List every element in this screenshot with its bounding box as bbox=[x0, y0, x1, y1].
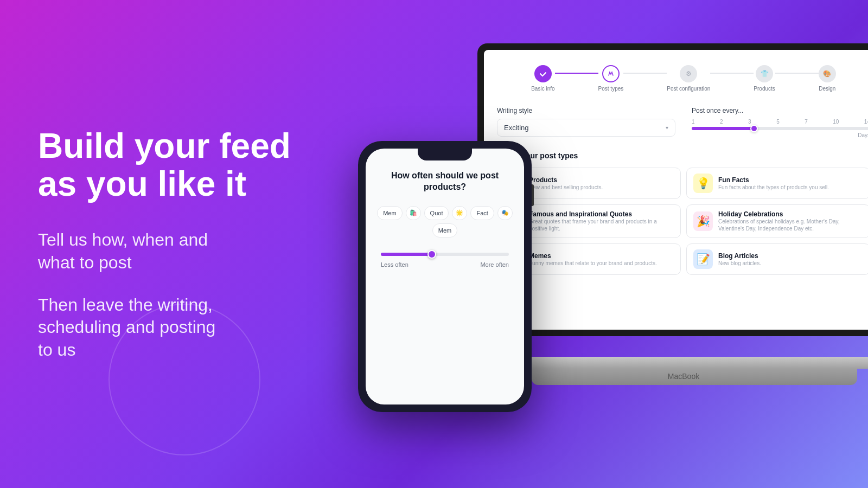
phone-side-button bbox=[532, 184, 534, 206]
phone-slider-fill bbox=[381, 253, 432, 256]
slider-label-right: More often bbox=[480, 261, 509, 268]
slider-label-left: Less often bbox=[381, 261, 409, 268]
stepper: Basic info Post types ⚙ bbox=[497, 61, 868, 92]
holiday-icon: 🎉 bbox=[693, 211, 713, 231]
chip-star[interactable]: 🌟 bbox=[452, 206, 467, 220]
step-line-3 bbox=[710, 73, 754, 74]
hero-subtitle1: Tell us how, when and what to post bbox=[38, 229, 320, 274]
step-circle-5: 🎨 bbox=[819, 65, 836, 82]
macbook-label: MacBook bbox=[646, 372, 722, 381]
phone-body: How often should we post products? Mem 🛍… bbox=[358, 141, 532, 412]
phone-slider-track[interactable] bbox=[381, 253, 509, 256]
step-label-2: Post types bbox=[598, 86, 624, 92]
step-post-config: ⚙ Post configuration bbox=[667, 65, 710, 92]
step-label-1: Basic info bbox=[531, 86, 554, 92]
step-line-2 bbox=[623, 73, 667, 74]
chip-shopping[interactable]: 🛍️ bbox=[406, 206, 421, 220]
chip-drama[interactable]: 🎭 bbox=[497, 206, 513, 220]
step-basic-info: Basic info bbox=[531, 65, 554, 92]
phone-container: How often should we post products? Mem 🛍… bbox=[358, 141, 553, 423]
phone-question: How often should we post products? bbox=[376, 170, 513, 193]
hero-title: Build your feed as you like it bbox=[38, 127, 320, 203]
fun-facts-icon: 💡 bbox=[693, 174, 713, 193]
step-post-types: Post types bbox=[598, 65, 624, 92]
blog-name: Blog Articles bbox=[718, 252, 761, 260]
step-circle-3: ⚙ bbox=[680, 65, 697, 82]
slider-numbers: 1 2 3 5 7 10 14 bbox=[692, 119, 868, 125]
step-label-5: Design bbox=[819, 86, 835, 92]
holiday-text: Holiday Celebrations Celebrations of spe… bbox=[718, 210, 863, 232]
chip-meme[interactable]: Mem bbox=[377, 206, 402, 220]
slider-track[interactable] bbox=[692, 127, 868, 130]
writing-style-select[interactable]: Exciting ▾ bbox=[497, 119, 675, 137]
step-design: 🎨 Design bbox=[819, 65, 836, 92]
post-frequency-label: Post once every... bbox=[692, 107, 868, 114]
blog-icon: 📝 bbox=[693, 249, 713, 269]
blog-text: Blog Articles New blog articles. bbox=[718, 252, 761, 267]
step-label-3: Post configuration bbox=[667, 86, 710, 92]
step-label-4: Products bbox=[754, 86, 775, 92]
step-line-4 bbox=[775, 73, 819, 74]
step-circle-2 bbox=[602, 65, 620, 82]
step-line-1 bbox=[555, 73, 598, 74]
slider-days-label: Days bbox=[692, 132, 868, 138]
post-type-holiday[interactable]: 🎉 Holiday Celebrations Celebrations of s… bbox=[686, 204, 868, 238]
slider-thumb bbox=[750, 125, 758, 132]
hero-subtitle2: Then leave the writing, scheduling and p… bbox=[38, 294, 320, 362]
phone-notch bbox=[418, 149, 472, 160]
phone-slider-labels: Less often More often bbox=[381, 261, 509, 268]
controls-row: Writing style Exciting ▾ Post once every… bbox=[497, 107, 868, 138]
writing-style-group: Writing style Exciting ▾ bbox=[497, 107, 675, 138]
step-circle-4: 👕 bbox=[756, 65, 773, 82]
chip-quote[interactable]: Quot bbox=[424, 206, 449, 220]
phone-screen: How often should we post products? Mem 🛍… bbox=[366, 149, 524, 404]
chevron-down-icon: ▾ bbox=[666, 125, 668, 131]
slider-fill bbox=[692, 127, 754, 130]
left-panel: Build your feed as you like it Tell us h… bbox=[0, 0, 358, 488]
phone-slider-section: Less often More often bbox=[376, 253, 513, 268]
step-circle-1 bbox=[534, 65, 552, 82]
writing-style-label: Writing style bbox=[497, 107, 675, 114]
writing-style-value: Exciting bbox=[504, 124, 529, 132]
post-frequency-group: Post once every... 1 2 3 5 7 10 14 bbox=[692, 107, 868, 138]
fun-facts-name: Fun Facts bbox=[718, 176, 829, 184]
post-type-fun-facts[interactable]: 💡 Fun Facts Fun facts about the types of… bbox=[686, 168, 868, 199]
chip-meme2[interactable]: Mem bbox=[432, 223, 457, 237]
phone-chips: Mem 🛍️ Quot 🌟 Fact 🎭 Mem bbox=[376, 206, 513, 237]
fun-facts-text: Fun Facts Fun facts about the types of p… bbox=[718, 176, 829, 191]
phone-slider-thumb bbox=[427, 250, 436, 259]
chip-fact[interactable]: Fact bbox=[470, 206, 494, 220]
post-type-blog[interactable]: 📝 Blog Articles New blog articles. bbox=[686, 243, 868, 275]
step-products: 👕 Products bbox=[754, 65, 775, 92]
holiday-name: Holiday Celebrations bbox=[718, 210, 863, 218]
fun-facts-desc: Fun facts about the types of products yo… bbox=[718, 184, 829, 191]
blog-desc: New blog articles. bbox=[718, 260, 761, 267]
post-frequency-slider: 1 2 3 5 7 10 14 bbox=[692, 119, 868, 138]
holiday-desc: Celebrations of special holidays e.g. Mo… bbox=[718, 218, 863, 232]
